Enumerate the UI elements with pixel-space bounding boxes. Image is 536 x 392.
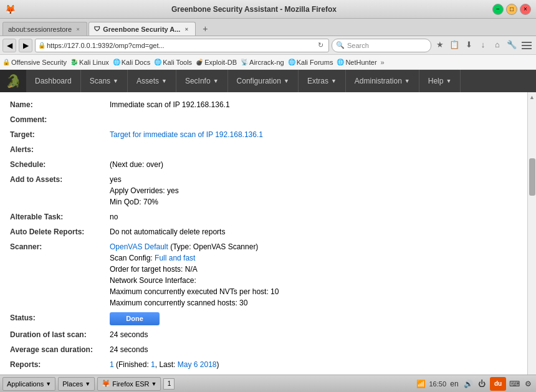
power-icon[interactable]: ⏻ — [476, 378, 487, 390]
scroll-thumb[interactable] — [529, 158, 535, 196]
window-controls: − □ × — [492, 4, 531, 15]
language-indicator[interactable]: en — [449, 378, 460, 390]
new-tab-button[interactable]: + — [198, 22, 212, 36]
minimize-button[interactable]: − — [492, 4, 504, 15]
applications-menu[interactable]: Applications ▼ — [2, 377, 55, 391]
greenbone-favicon: 🛡 — [94, 26, 100, 32]
chevron-down-icon: ▼ — [446, 78, 451, 84]
tab-label: Greenbone Security A... — [103, 26, 180, 33]
du-button[interactable]: du — [490, 377, 506, 391]
field-label: Alterable Task: — [7, 209, 107, 224]
search-placeholder: Search — [347, 42, 369, 49]
taskbar: Applications ▼ Places ▼ 🦊 Firefox ESR ▼ … — [0, 375, 536, 392]
field-label: Target: — [7, 127, 107, 142]
chevron-down-icon: ▼ — [213, 78, 219, 84]
field-value: Target for immediate scan of IP 192.168.… — [107, 127, 520, 142]
bookmark-label: Offensive Security — [11, 59, 67, 66]
bookmark-kali-linux[interactable]: 🐉 Kali Linux — [70, 59, 109, 66]
bookmarks-more-button[interactable]: » — [381, 59, 385, 66]
nav-administration[interactable]: Administration ▼ — [346, 70, 419, 92]
nav-configuration[interactable]: Configuration ▼ — [228, 70, 299, 92]
scanner-type: (Type: OpenVAS Scanner) — [170, 242, 258, 251]
reports-finished-link[interactable]: 1 — [151, 360, 155, 369]
menu-button[interactable] — [520, 39, 534, 52]
window-number-badge[interactable]: 1 — [163, 378, 175, 390]
search-bar[interactable]: 🔍 Search — [332, 39, 431, 52]
nav-extras[interactable]: Extras ▼ — [299, 70, 346, 92]
scroll-up-button[interactable]: ▲ — [528, 92, 537, 102]
reports-date-link[interactable]: May 6 2018 — [178, 360, 217, 369]
close-button[interactable]: × — [520, 4, 531, 15]
reload-button[interactable]: ↻ — [315, 40, 326, 51]
window-title: Greenbone Security Assistant - Mozilla F… — [16, 5, 492, 14]
bookmark-nethunter[interactable]: 🌐 NetHunter — [337, 59, 376, 66]
home-icon[interactable]: ⌂ — [491, 39, 504, 51]
network-icon[interactable]: 📶 — [415, 378, 426, 390]
chevron-down-icon: ▼ — [161, 78, 167, 84]
bookmark-star-icon[interactable]: ★ — [434, 39, 446, 51]
bookmark-aircrack[interactable]: 📡 Aircrack-ng — [241, 59, 284, 66]
field-value — [107, 112, 520, 127]
field-label: Auto Delete Reports: — [7, 224, 107, 239]
places-menu[interactable]: Places ▼ — [58, 377, 95, 391]
time-display: 16:50 — [429, 380, 446, 388]
back-button[interactable]: ◀ — [2, 39, 16, 52]
input-icon[interactable]: ⌨ — [509, 378, 520, 390]
tab-gsa[interactable]: 🛡 Greenbone Security A... × — [89, 22, 196, 36]
bookmark-icon: 📡 — [241, 59, 248, 65]
forward-button[interactable]: ▶ — [19, 39, 32, 52]
url-bar[interactable]: 🔒 https://127.0.0.1:9392/omp?cmd=get... … — [35, 39, 329, 52]
bookmark-icon: 🔒 — [2, 59, 10, 65]
bookmark-kali-tools[interactable]: 🌐 Kali Tools — [154, 59, 192, 66]
more-label: » — [381, 59, 385, 66]
table-row: Comment: — [7, 112, 520, 127]
scanner-link[interactable]: OpenVAS Default — [110, 242, 168, 251]
nav-secinfo[interactable]: SecInfo ▼ — [176, 70, 228, 92]
nav-label: Extras — [307, 77, 328, 85]
tab-close-icon[interactable]: × — [74, 26, 82, 33]
table-row: Duration of last scan: 24 seconds — [7, 327, 520, 342]
bookmarks-bar: 🔒 Offensive Security 🐉 Kali Linux 🌐 Kali… — [0, 55, 536, 70]
bookmark-kali-forums[interactable]: 🌐 Kali Forums — [288, 59, 333, 66]
du-label: du — [494, 380, 502, 387]
bookmark-icon: 🌐 — [288, 59, 295, 65]
scrollbar[interactable]: ▲ ▼ — [527, 92, 536, 392]
bookmark-icon: 🌐 — [154, 59, 161, 65]
pocket-icon[interactable]: ⬇ — [462, 39, 475, 51]
target-link[interactable]: Target for immediate scan of IP 192.168.… — [110, 130, 263, 139]
chevron-down-icon: ▼ — [85, 381, 90, 387]
bookmark-icon: 🌐 — [337, 59, 344, 65]
firefox-label: Firefox ESR — [112, 380, 149, 388]
reports-count-link[interactable]: 1 — [110, 360, 114, 369]
nav-scans[interactable]: Scans ▼ — [81, 70, 128, 92]
bookmark-exploit-db[interactable]: 💣 Exploit-DB — [196, 59, 237, 66]
field-label: Schedule: — [7, 157, 107, 172]
greenbone-logo-icon: 🐊 — [6, 74, 21, 88]
field-label: Comment: — [7, 112, 107, 127]
maximize-button[interactable]: □ — [506, 4, 517, 15]
audio-icon[interactable]: 🔊 — [462, 378, 474, 390]
tab-session-restore[interactable]: about:sessionrestore × — [2, 22, 87, 36]
nav-assets[interactable]: Assets ▼ — [128, 70, 176, 92]
nav-help[interactable]: Help ▼ — [419, 70, 461, 92]
field-value: 24 seconds — [107, 342, 520, 357]
tab-close-icon[interactable]: × — [183, 26, 190, 33]
devtools-icon[interactable]: 🔧 — [505, 39, 518, 51]
table-row: Scanner: OpenVAS Default (Type: OpenVAS … — [7, 239, 520, 310]
settings-icon[interactable]: ⚙ — [522, 378, 534, 390]
scanconfig-link[interactable]: Full and fast — [155, 254, 195, 262]
table-row: Reports: 1 (Finished: 1, Last: May 6 201… — [7, 357, 520, 372]
reading-view-icon[interactable]: 📋 — [448, 39, 461, 51]
tab-bar: about:sessionrestore × 🛡 Greenbone Secur… — [0, 19, 536, 36]
bookmark-offensive-security[interactable]: 🔒 Offensive Security — [2, 59, 67, 66]
field-value: Immediate scan of IP 192.168.136.1 — [107, 97, 520, 112]
firefox-taskbar-btn[interactable]: 🦊 Firefox ESR ▼ — [97, 377, 161, 391]
bookmark-icon: 🐉 — [70, 59, 78, 65]
chevron-down-icon: ▼ — [284, 78, 289, 84]
field-value: Done — [107, 310, 520, 327]
apps-label: Applications — [7, 380, 44, 388]
field-label: Scanner: — [7, 239, 107, 310]
nav-dashboard[interactable]: Dashboard — [26, 70, 81, 92]
downloads-icon[interactable]: ↓ — [477, 39, 489, 51]
bookmark-kali-docs[interactable]: 🌐 Kali Docs — [113, 59, 150, 66]
